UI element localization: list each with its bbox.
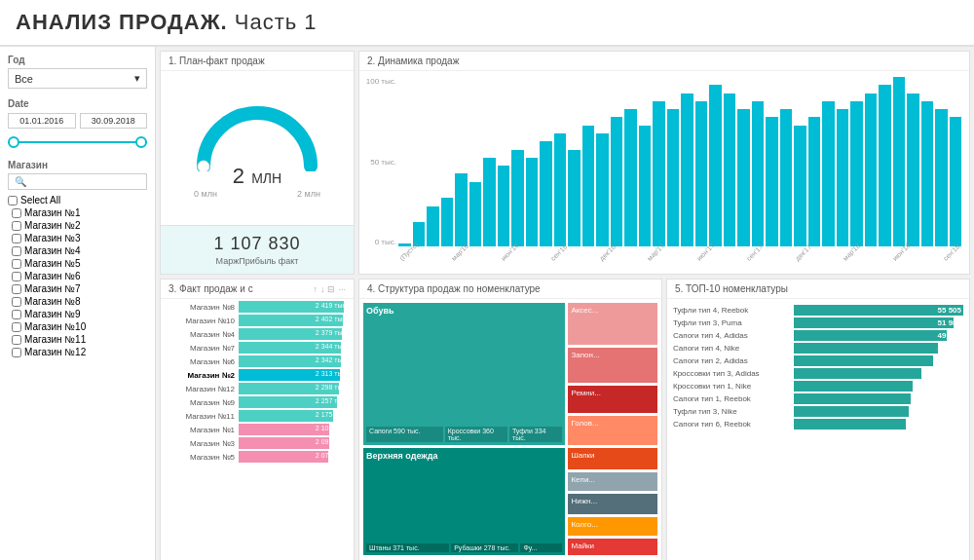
top-val: 39 050 (938, 382, 961, 391)
select-all-item[interactable]: Select All (8, 194, 147, 206)
top10-row: Туфли тип 3, Nike 37 841 (673, 406, 963, 417)
list-item[interactable]: Магазин №5 (12, 257, 147, 270)
bar-chart-area: 100 тыс.50 тыс.0 тыс. (Пусто)мар'16июн'1… (359, 71, 969, 266)
gauge-labels: 0 млн 2 млн (194, 189, 320, 199)
top10-row: Сапоги тип 2, Adidas 45 313 (673, 355, 963, 366)
top10-row: Туфли тип 3, Puma 51 981 (673, 317, 963, 328)
top10-panel-title: 5. ТОП-10 номенклатуры (667, 280, 969, 299)
top-bar (794, 343, 938, 354)
list-item[interactable]: Магазин №8 (12, 295, 147, 308)
year-select[interactable]: Все ▾ (8, 68, 147, 89)
fact-row-label: Магазин №3 (165, 439, 235, 448)
fact-row-label: Магазин №9 (165, 398, 235, 407)
date-range: 01.01.2016 30.09.2018 (8, 113, 147, 129)
bar-item (469, 182, 482, 246)
bar-item (724, 93, 736, 246)
top-val: 51 981 (938, 318, 961, 327)
list-item[interactable]: Магазин №6 (12, 270, 147, 282)
fact-val: 2 074 тыс. (316, 452, 348, 459)
gauge-panel-title: 1. План-факт продаж (161, 52, 354, 71)
slider-thumb-right[interactable] (135, 136, 147, 148)
search-input[interactable] (8, 173, 147, 190)
slider-thumb-left[interactable] (8, 136, 19, 148)
list-item[interactable]: Магазин №12 (12, 346, 147, 358)
sort-desc-icon[interactable]: ↓ (320, 284, 325, 294)
fact-table-row: Магазин №10 2 402 тыс. (165, 315, 350, 326)
list-item[interactable]: Магазин №10 (12, 320, 147, 333)
top-bar-wrap: 37 841 (794, 406, 963, 417)
treemap-row-1: Обувь Сапоги 590 тыс. Кроссовки 360 тыс.… (363, 303, 657, 445)
fact-row-label: Магазин №5 (165, 453, 235, 462)
top10-row: Кроссовки тип 3, Adidas 41 521 (673, 368, 963, 379)
bar-item (639, 126, 652, 246)
fact-panel-title: 3. Факт продаж и с ↑ ↓ ⊟ ··· (161, 280, 354, 299)
bar-item (907, 93, 919, 246)
bar-item (865, 93, 878, 246)
top-bar (794, 355, 933, 366)
fact-bar-wrap: 2 402 тыс. (239, 315, 350, 326)
top10-list: Туфли тип 4, Reebok 55 505 Туфли тип 3, … (667, 299, 969, 435)
bar-item (837, 109, 849, 246)
fact-table-row: Магазин №2 2 313 тыс. (165, 369, 350, 381)
year-label: Год (8, 55, 147, 65)
bar-item (483, 158, 496, 246)
bar-item (667, 109, 680, 246)
date-from[interactable]: 01.01.2016 (8, 113, 76, 129)
fact-bar-wrap: 2 103 тыс. (239, 424, 350, 435)
top-item-label: Сапоги тип 2, Adidas (673, 356, 790, 365)
more-icon[interactable]: ··· (338, 284, 346, 294)
date-slider[interactable] (8, 134, 147, 150)
fact-row-label: Магазин №12 (165, 385, 235, 393)
top-bar-wrap: 41 521 (794, 368, 963, 379)
fact-val: 2 097 тыс. (316, 438, 348, 445)
bar-item (893, 77, 906, 246)
treemap-cell-kepi: Кепи... (568, 472, 657, 491)
list-item[interactable]: Магазин №4 (12, 244, 147, 257)
list-item[interactable]: Магазин №9 (12, 308, 147, 320)
fact-table-row: Магазин №5 2 074 тыс. (165, 451, 350, 463)
bar-item (611, 117, 623, 246)
y-axis-labels: 100 тыс.50 тыс.0 тыс. (359, 77, 396, 246)
fact-val: 2 379 тыс. (316, 329, 348, 336)
treemap-cell-shapki: Шапки (568, 448, 657, 469)
top10-row: Сапоги тип 4, Adidas 49 903 (673, 330, 963, 341)
list-item[interactable]: Магазин №3 (12, 232, 147, 244)
x-axis-labels: (Пусто)мар'16июн'16сен'16дек'16мар'17июн… (398, 257, 961, 264)
date-label: Date (8, 98, 147, 109)
list-item[interactable]: Магазин №2 (12, 219, 147, 232)
bar-chart-inner (398, 77, 961, 246)
top-bar (794, 368, 921, 379)
top-val: 55 505 (938, 306, 961, 315)
top-item-label: Сапоги тип 4, Nike (673, 344, 790, 353)
fact-row-label: Магазин №8 (165, 303, 235, 312)
date-to[interactable]: 30.09.2018 (80, 113, 148, 129)
bar-chart-panel: 2. Динамика продаж 100 тыс.50 тыс.0 тыс.… (358, 51, 970, 275)
bar-item (752, 101, 765, 246)
fact-bar-wrap: 2 379 тыс. (239, 328, 350, 340)
fact-val: 2 257 тыс. (316, 397, 348, 404)
page-header: АНАЛИЗ ПРОДАЖ. Часть 1 (0, 0, 974, 47)
store-filter: Магазин Select All Магазин №1 Магазин №2… (8, 160, 147, 358)
top-item-label: Сапоги тип 6, Reebok (673, 420, 790, 429)
top-val: 45 313 (938, 356, 961, 365)
top-bar-wrap: 51 981 (794, 317, 963, 328)
bar-item (950, 117, 962, 246)
select-all-checkbox[interactable] (8, 196, 18, 205)
top-bar-wrap: 55 505 (794, 305, 963, 316)
struct-panel-title: 4. Структура продаж по номенклатуре (359, 280, 661, 299)
list-item[interactable]: Магазин №1 (12, 206, 147, 219)
list-item[interactable]: Магазин №11 (12, 333, 147, 346)
treemap-cell-akses: Аксес... (568, 303, 657, 345)
top-val: 38 114 (938, 394, 961, 403)
top10-row: Кроссовки тип 1, Nike 39 050 (673, 381, 963, 392)
fact-row-label: Магазин №10 (165, 317, 235, 325)
sort-asc-icon[interactable]: ↑ (313, 284, 318, 294)
treemap-container: Обувь Сапоги 590 тыс. Кроссовки 360 тыс.… (359, 299, 661, 559)
filter-icon[interactable]: ⊟ (327, 284, 335, 294)
list-item[interactable]: Магазин №7 (12, 282, 147, 295)
store-label: Магазин (8, 160, 147, 170)
treemap-cell-remni: Ремни... (568, 386, 657, 412)
gauge-chart (194, 98, 320, 171)
svg-point-0 (198, 161, 209, 171)
top-bar-wrap: 49 903 (794, 330, 963, 341)
